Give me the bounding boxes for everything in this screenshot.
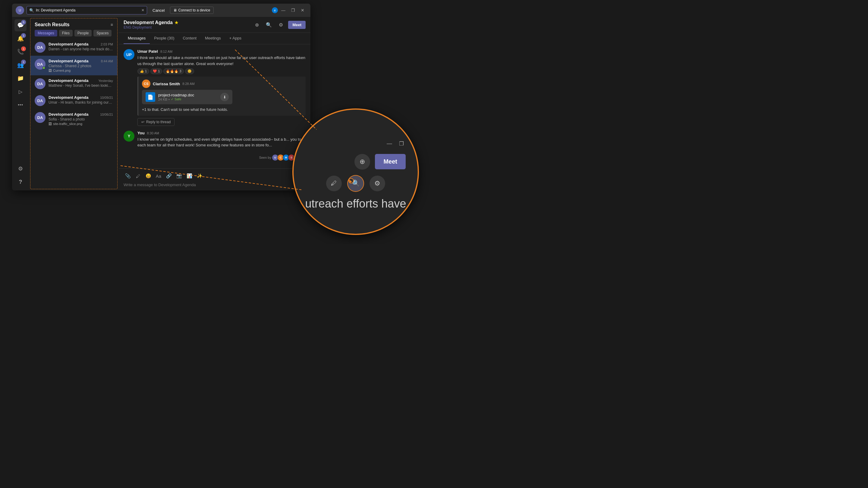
link-icon: 🔗: [166, 173, 172, 178]
result-time: 10/09/21: [100, 96, 113, 99]
restore-button[interactable]: ❐: [289, 6, 297, 14]
tab-people[interactable]: People: [74, 30, 92, 36]
tab-messages[interactable]: Messages: [35, 30, 57, 36]
mag-meet-button[interactable]: Meet: [375, 154, 406, 169]
message-content: Umar Patel 8:12 AM I think we should all…: [137, 49, 306, 126]
sidebar-item-activity[interactable]: 🔔 1: [14, 33, 27, 44]
tab-meetings[interactable]: Meetings: [201, 33, 225, 44]
tab-content[interactable]: Content: [179, 33, 201, 44]
result-preview: Darren - can anyone help me track down o…: [49, 47, 113, 51]
chat-subtitle[interactable]: ENG Deployment: [124, 25, 179, 30]
sidebar-item-chat[interactable]: 💬 5: [14, 19, 27, 31]
message-input[interactable]: [124, 183, 306, 187]
seen-by-row: Seen by U C M S A +2: [124, 153, 306, 162]
connect-device-button[interactable]: 🖥 Connect to a device: [170, 7, 213, 14]
link-button[interactable]: 🔗: [164, 172, 173, 180]
clear-search-icon[interactable]: ✕: [141, 8, 144, 12]
tab-files[interactable]: Files: [59, 30, 73, 36]
list-item[interactable]: DA Development Agenda 10/09/21 Umar - Hi…: [30, 92, 117, 109]
message-avatar: Y: [124, 131, 134, 141]
sidebar-item-people[interactable]: 👥 1: [14, 59, 27, 71]
search-button[interactable]: 🔍: [264, 20, 274, 30]
result-title-row: Development Agenda 8:44 AM: [49, 59, 113, 63]
file-attachment: 📄 project-roadmap.doc 24 KB • ✓ Safe: [142, 90, 232, 104]
window-controls: e — ❐ ✕: [272, 6, 307, 14]
files-icon: 📁: [17, 75, 24, 82]
reply-to-thread-button[interactable]: ↩ Reply to thread: [137, 118, 175, 126]
reaction-fire[interactable]: 🔥🔥🔥 3: [163, 68, 184, 74]
search-bar[interactable]: 🔍 In: Development Agenda ✕: [27, 6, 147, 14]
reaction-heart[interactable]: ❤️ 1: [150, 68, 162, 74]
thread-avatar: CS: [142, 79, 150, 88]
magnifier-content: — ❐ ⊕ Meet 🖊 🔍 ⚙ utreach efforts have: [293, 127, 418, 216]
reaction-thumbs[interactable]: 👍 1: [137, 68, 149, 74]
result-avatar: DA: [35, 112, 45, 123]
sidebar-item-calls[interactable]: 📞 1: [14, 46, 27, 58]
file-name: project-roadmap.doc: [158, 93, 217, 97]
devops-icon: ▷: [19, 89, 22, 95]
file-icon: 🖼: [49, 122, 52, 126]
mag-annotate-button[interactable]: 🖊: [326, 175, 342, 191]
browser-icon: e: [272, 7, 278, 13]
mag-settings-button[interactable]: ⚙: [370, 175, 385, 191]
image-button[interactable]: 📷: [175, 172, 183, 180]
result-avatar: DA: [35, 42, 45, 53]
sidebar-item-devops[interactable]: ▷: [14, 86, 27, 98]
sidebar-item-settings[interactable]: ⚙: [14, 163, 27, 175]
emoji-button[interactable]: 😀: [144, 172, 153, 180]
chart-button[interactable]: 📊: [185, 172, 193, 180]
people-badge: 1: [21, 60, 26, 64]
message-author: You: [137, 131, 145, 135]
minimize-button[interactable]: —: [279, 6, 287, 14]
mag-search-button[interactable]: 🔍: [348, 175, 364, 191]
result-title-row: Development Agenda Yesterday: [49, 78, 113, 83]
tab-messages[interactable]: Messages: [124, 33, 150, 44]
user-avatar[interactable]: U: [16, 6, 24, 14]
result-content: Development Agenda 10/09/21 Umar - Hi te…: [49, 95, 113, 104]
mag-restore-button[interactable]: ❐: [397, 139, 406, 148]
settings-button[interactable]: ⚙: [276, 20, 286, 30]
tab-apps[interactable]: + Apps: [225, 33, 246, 44]
title-bar: U 🔍 In: Development Agenda ✕ Cancel 🖥 Co…: [12, 4, 310, 17]
filter-icon[interactable]: ≡: [111, 22, 113, 27]
mag-buttons-row: ⊕ Meet: [300, 154, 412, 170]
download-button[interactable]: ⬇: [220, 93, 229, 101]
result-content: Development Agenda Yesterday Matthew - H…: [49, 78, 113, 88]
sidebar-item-files[interactable]: 📁: [14, 72, 27, 84]
result-content: Development Agenda 2:03 PM Darren - can …: [49, 42, 113, 51]
attach-icon: 📎: [125, 173, 131, 178]
ai-icon: ✨: [197, 173, 203, 178]
mag-minimize-button[interactable]: —: [385, 139, 394, 148]
input-toolbar: 📎 🖊 😀 Aa 🔗 📷: [124, 172, 306, 180]
star-icon[interactable]: ★: [175, 20, 179, 25]
tab-spaces[interactable]: Spaces: [93, 30, 112, 36]
format-button[interactable]: 🖊: [134, 172, 142, 180]
result-preview: Sofia - Shared a photo: [49, 117, 113, 121]
list-item[interactable]: DA Development Agenda 10/06/21 Sofia - S…: [30, 109, 117, 129]
close-button[interactable]: ✕: [299, 6, 307, 14]
sidebar-item-more[interactable]: •••: [14, 99, 27, 111]
attach-button[interactable]: 📎: [124, 172, 132, 180]
reaction-smile[interactable]: 😊: [185, 68, 194, 74]
meet-button[interactable]: Meet: [288, 21, 306, 29]
text-button[interactable]: Aa: [154, 172, 163, 180]
thread-text: +1 to that. Can't wait to see what the f…: [142, 107, 302, 113]
search-icon: 🔍: [266, 22, 272, 28]
message-group: UP Umar Patel 8:12 AM I think we should …: [124, 49, 306, 126]
list-item[interactable]: DA Development Agenda 8:44 AM Clarissa -…: [30, 56, 117, 75]
cancel-button[interactable]: Cancel: [150, 7, 167, 14]
ai-button[interactable]: ✨: [195, 172, 204, 180]
list-item[interactable]: DA Development Agenda Yesterday Matthew …: [30, 75, 117, 92]
result-name: Development Agenda: [49, 95, 88, 100]
tab-people[interactable]: People (30): [150, 33, 179, 44]
list-item[interactable]: DA Development Agenda 2:03 PM Darren - c…: [30, 39, 117, 56]
thread-message: CS Clarissa Smith 8:28 AM 📄 project-road…: [137, 76, 306, 116]
chat-header: Development Agenda ★ ENG Deployment ⊕ 🔍 …: [119, 17, 310, 33]
magnifier-overlay: — ❐ ⊕ Meet 🖊 🔍 ⚙ utreach efforts have: [292, 108, 419, 235]
chart-icon: 📊: [187, 173, 192, 178]
add-meeting-button[interactable]: ⊕: [252, 20, 261, 30]
sidebar-item-help[interactable]: ?: [14, 176, 27, 188]
result-time: Yesterday: [98, 79, 113, 83]
mag-add-icon: ⊕: [360, 158, 365, 166]
mag-add-meeting-button[interactable]: ⊕: [354, 154, 370, 170]
